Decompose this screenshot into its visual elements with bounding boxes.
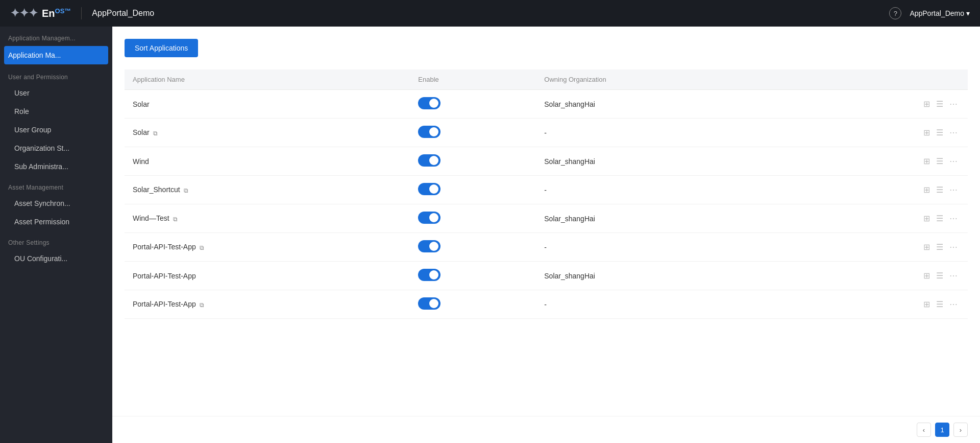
grid-view-icon[interactable]: ⊞ bbox=[921, 270, 932, 281]
cell-app-name: Solar_Shortcut ⧉ bbox=[125, 176, 410, 204]
external-link-icon[interactable]: ⧉ bbox=[152, 130, 158, 137]
cell-actions: ⊞ ☰ ⋯ bbox=[791, 176, 968, 204]
toggle-switch[interactable] bbox=[418, 297, 440, 310]
help-button[interactable]: ? bbox=[889, 7, 901, 19]
content-inner: Sort Applications Application Name Enabl… bbox=[112, 27, 980, 416]
sidebar-item-organization-st[interactable]: Organization St... bbox=[0, 139, 112, 157]
grid-view-icon[interactable]: ⊞ bbox=[921, 299, 932, 310]
cell-enable bbox=[410, 290, 536, 319]
more-options-icon[interactable]: ⋯ bbox=[947, 242, 960, 252]
external-link-icon[interactable]: ⧉ bbox=[198, 244, 204, 251]
toggle-switch[interactable] bbox=[418, 212, 440, 224]
col-owning-org: Owning Organization bbox=[536, 69, 791, 90]
sort-applications-button[interactable]: Sort Applications bbox=[125, 39, 198, 57]
grid-view-icon[interactable]: ⊞ bbox=[921, 242, 932, 252]
table-row: SolarSolar_shangHai ⊞ ☰ ⋯ bbox=[125, 90, 968, 119]
pagination-next[interactable]: › bbox=[953, 423, 968, 437]
cell-owning-org: - bbox=[536, 290, 791, 319]
table-body: SolarSolar_shangHai ⊞ ☰ ⋯ Solar ⧉- ⊞ ☰ ⋯… bbox=[125, 90, 968, 319]
cell-app-name: Solar ⧉ bbox=[125, 119, 410, 147]
toggle-switch[interactable] bbox=[418, 154, 440, 167]
pagination-page-1[interactable]: 1 bbox=[935, 423, 949, 437]
toggle-switch[interactable] bbox=[418, 126, 440, 138]
sidebar-item-role[interactable]: Role bbox=[0, 102, 112, 121]
cell-app-name: Portal-API-Test-App bbox=[125, 262, 410, 290]
cell-actions: ⊞ ☰ ⋯ bbox=[791, 90, 968, 119]
sidebar: Application Managem... Application Ma...… bbox=[0, 27, 112, 443]
table-row: Portal-API-Test-AppSolar_shangHai ⊞ ☰ ⋯ bbox=[125, 262, 968, 290]
cell-actions: ⊞ ☰ ⋯ bbox=[791, 119, 968, 147]
cell-actions: ⊞ ☰ ⋯ bbox=[791, 204, 968, 233]
list-view-icon[interactable]: ☰ bbox=[934, 270, 945, 281]
external-link-icon[interactable]: ⧉ bbox=[198, 301, 204, 309]
header-right: ? AppPortal_Demo ▾ bbox=[889, 7, 970, 19]
external-link-icon[interactable]: ⧉ bbox=[172, 216, 178, 223]
more-options-icon[interactable]: ⋯ bbox=[947, 127, 960, 138]
list-view-icon[interactable]: ☰ bbox=[934, 127, 945, 138]
grid-view-icon[interactable]: ⊞ bbox=[921, 127, 932, 138]
grid-view-icon[interactable]: ⊞ bbox=[921, 99, 932, 109]
cell-app-name: Wind bbox=[125, 147, 410, 176]
cell-app-name: Portal-API-Test-App ⧉ bbox=[125, 290, 410, 319]
header-app-name: AppPortal_Demo bbox=[92, 9, 154, 18]
sidebar-item-asset-permission[interactable]: Asset Permission bbox=[0, 213, 112, 231]
more-options-icon[interactable]: ⋯ bbox=[947, 184, 960, 195]
cell-app-name: Solar bbox=[125, 90, 410, 119]
more-options-icon[interactable]: ⋯ bbox=[947, 299, 960, 310]
sidebar-section-asset: Asset Management bbox=[0, 176, 112, 194]
cell-enable bbox=[410, 176, 536, 204]
sidebar-section-other: Other Settings bbox=[0, 231, 112, 249]
col-enable: Enable bbox=[410, 69, 536, 90]
table-row: Solar ⧉- ⊞ ☰ ⋯ bbox=[125, 119, 968, 147]
cell-owning-org: Solar_shangHai bbox=[536, 90, 791, 119]
list-view-icon[interactable]: ☰ bbox=[934, 299, 945, 310]
cell-owning-org: Solar_shangHai bbox=[536, 147, 791, 176]
more-options-icon[interactable]: ⋯ bbox=[947, 156, 960, 167]
sidebar-item-ou-config[interactable]: OU Configurati... bbox=[0, 249, 112, 268]
grid-view-icon[interactable]: ⊞ bbox=[921, 184, 932, 195]
list-view-icon[interactable]: ☰ bbox=[934, 242, 945, 252]
cell-app-name: Portal-API-Test-App ⧉ bbox=[125, 233, 410, 262]
list-view-icon[interactable]: ☰ bbox=[934, 213, 945, 224]
toggle-switch[interactable] bbox=[418, 269, 440, 281]
content-area: Sort Applications Application Name Enabl… bbox=[112, 27, 980, 443]
grid-view-icon[interactable]: ⊞ bbox=[921, 156, 932, 167]
toggle-switch[interactable] bbox=[418, 97, 440, 109]
sidebar-item-sub-admin[interactable]: Sub Administra... bbox=[0, 157, 112, 176]
sidebar-item-application-management[interactable]: Application Ma... bbox=[4, 46, 108, 64]
sidebar-section-app: Application Managem... bbox=[0, 27, 112, 45]
toggle-switch[interactable] bbox=[418, 240, 440, 252]
applications-table: Application Name Enable Owning Organizat… bbox=[125, 69, 968, 319]
cell-actions: ⊞ ☰ ⋯ bbox=[791, 262, 968, 290]
list-view-icon[interactable]: ☰ bbox=[934, 156, 945, 167]
cell-enable bbox=[410, 147, 536, 176]
pagination-bar: ‹ 1 › bbox=[112, 416, 980, 443]
cell-actions: ⊞ ☰ ⋯ bbox=[791, 147, 968, 176]
more-options-icon[interactable]: ⋯ bbox=[947, 213, 960, 224]
external-link-icon[interactable]: ⧉ bbox=[182, 187, 188, 194]
pagination-prev[interactable]: ‹ bbox=[917, 423, 931, 437]
cell-owning-org: Solar_shangHai bbox=[536, 262, 791, 290]
table-row: WindSolar_shangHai ⊞ ☰ ⋯ bbox=[125, 147, 968, 176]
logo-dots: ✦✦✦ bbox=[10, 7, 38, 20]
list-view-icon[interactable]: ☰ bbox=[934, 99, 945, 109]
grid-view-icon[interactable]: ⊞ bbox=[921, 213, 932, 224]
cell-enable bbox=[410, 90, 536, 119]
table-row: Portal-API-Test-App ⧉- ⊞ ☰ ⋯ bbox=[125, 290, 968, 319]
sidebar-item-user[interactable]: User bbox=[0, 84, 112, 102]
sidebar-item-user-group[interactable]: User Group bbox=[0, 121, 112, 139]
header-divider bbox=[81, 7, 82, 19]
cell-enable bbox=[410, 119, 536, 147]
logo-os: OS™ bbox=[55, 7, 71, 15]
cell-owning-org: - bbox=[536, 119, 791, 147]
more-options-icon[interactable]: ⋯ bbox=[947, 270, 960, 281]
cell-enable bbox=[410, 204, 536, 233]
table-row: Solar_Shortcut ⧉- ⊞ ☰ ⋯ bbox=[125, 176, 968, 204]
cell-owning-org: - bbox=[536, 176, 791, 204]
list-view-icon[interactable]: ☰ bbox=[934, 184, 945, 195]
account-menu[interactable]: AppPortal_Demo ▾ bbox=[910, 9, 970, 17]
sidebar-item-asset-sync[interactable]: Asset Synchron... bbox=[0, 194, 112, 213]
toggle-switch[interactable] bbox=[418, 183, 440, 195]
more-options-icon[interactable]: ⋯ bbox=[947, 99, 960, 109]
cell-owning-org: Solar_shangHai bbox=[536, 204, 791, 233]
